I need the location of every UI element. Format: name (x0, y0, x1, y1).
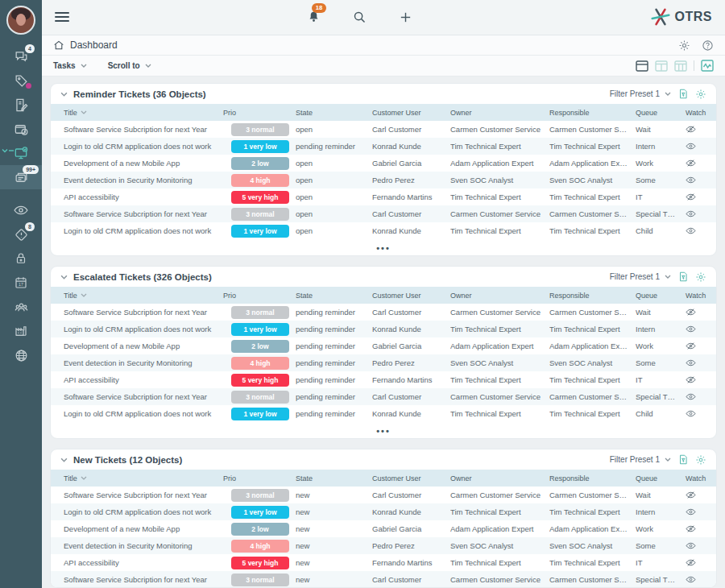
help-icon[interactable] (702, 39, 714, 52)
watch-toggle[interactable] (686, 324, 716, 334)
breadcrumb[interactable]: Dashboard (53, 39, 118, 51)
column-header-queue[interactable]: Queue (636, 292, 686, 300)
widget-settings-icon[interactable] (695, 89, 706, 100)
watch-toggle[interactable] (686, 141, 716, 151)
column-header-title[interactable]: Title (64, 474, 223, 482)
load-more-button[interactable]: ••• (51, 422, 716, 439)
column-header-owner[interactable]: Owner (450, 474, 549, 482)
ticket-title[interactable]: API accessibility (64, 375, 223, 384)
ticket-title[interactable]: Event detection in Security Monitoring (64, 176, 223, 184)
sidebar-item-priorities[interactable]: 8 (0, 222, 42, 246)
column-header-customer-user[interactable]: Customer User (372, 292, 450, 300)
user-avatar[interactable] (6, 6, 35, 35)
column-header-watch[interactable]: Watch (686, 109, 716, 117)
ticket-row[interactable]: Login to old CRM application does not wo… (51, 321, 716, 337)
ticket-row[interactable]: Login to old CRM application does not wo… (51, 222, 716, 239)
column-header-watch[interactable]: Watch (686, 292, 716, 300)
watch-toggle[interactable] (686, 574, 716, 585)
sidebar-item-locked[interactable] (0, 246, 42, 271)
widget-settings-icon[interactable] (695, 271, 706, 283)
ticket-row[interactable]: API accessibility5 very highnewFernando … (51, 554, 716, 571)
sidebar-item-agent-workspace[interactable] (0, 141, 42, 165)
watch-toggle[interactable] (686, 158, 716, 168)
otrs-logo[interactable]: OTRS (650, 6, 712, 27)
widget-collapse-toggle[interactable]: Reminder Tickets (36 Objects) (60, 89, 206, 99)
sidebar-item-customers[interactable] (0, 295, 42, 319)
column-header-prio[interactable]: Prio (223, 474, 296, 482)
column-header-state[interactable]: State (296, 474, 372, 482)
widget-collapse-toggle[interactable]: New Tickets (12 Objects) (60, 455, 182, 465)
sidebar-item-ticket-queues[interactable]: 99+ (0, 165, 42, 189)
column-header-owner[interactable]: Owner (450, 292, 549, 300)
watch-toggle[interactable] (686, 175, 716, 185)
ticket-row[interactable]: Development of a new Mobile App2 lowpend… (51, 337, 716, 354)
column-header-owner[interactable]: Owner (450, 109, 549, 117)
filter-preset-dropdown[interactable]: Filter Preset 1 (610, 272, 671, 281)
watch-toggle[interactable] (686, 358, 716, 368)
ticket-title[interactable]: Login to old CRM application does not wo… (64, 142, 223, 151)
watch-toggle[interactable] (686, 490, 716, 500)
settings-gear-icon[interactable] (678, 39, 690, 52)
widget-collapse-toggle[interactable]: Escalated Tickets (326 Objects) (60, 272, 212, 282)
column-header-prio[interactable]: Prio (223, 292, 296, 300)
column-header-watch[interactable]: Watch (686, 474, 716, 482)
layout-three-columns-icon[interactable] (674, 60, 687, 72)
ticket-row[interactable]: Software Service Subcription for next Ye… (51, 487, 716, 503)
ticket-row[interactable]: Event detection in Security Monitoring4 … (51, 354, 716, 371)
layout-rows-icon[interactable] (636, 60, 648, 72)
ticket-title[interactable]: Event detection in Security Monitoring (64, 541, 223, 550)
watch-toggle[interactable] (686, 557, 716, 568)
watch-toggle[interactable] (686, 540, 716, 551)
ticket-row[interactable]: Software Service Subcription for next Ye… (51, 388, 716, 405)
ticket-title[interactable]: Software Service Subcription for next Ye… (64, 392, 223, 401)
ticket-title[interactable]: Software Service Subcription for next Ye… (64, 575, 223, 584)
column-header-responsible[interactable]: Responsible (549, 474, 636, 482)
sidebar-item-tags[interactable] (0, 68, 42, 93)
ticket-title[interactable]: Software Service Subcription for next Ye… (64, 209, 223, 218)
column-header-queue[interactable]: Queue (636, 474, 686, 482)
column-header-state[interactable]: State (296, 292, 372, 300)
ticket-row[interactable]: Login to old CRM application does not wo… (51, 503, 716, 520)
ticket-title[interactable]: Development of a new Mobile App (64, 524, 223, 533)
ticket-row[interactable]: Event detection in Security Monitoring4 … (51, 537, 716, 554)
filter-document-icon[interactable] (677, 271, 689, 283)
watch-toggle[interactable] (686, 524, 716, 534)
column-header-responsible[interactable]: Responsible (549, 109, 636, 117)
ticket-title[interactable]: Software Service Subcription for next Ye… (64, 491, 223, 499)
tasks-dropdown[interactable]: Tasks (53, 61, 87, 70)
filter-preset-dropdown[interactable]: Filter Preset 1 (610, 455, 671, 464)
search-button[interactable] (353, 10, 367, 24)
ticket-title[interactable]: Software Service Subcription for next Ye… (64, 308, 223, 317)
ticket-row[interactable]: Software Service Subcription for next Ye… (51, 121, 716, 138)
column-header-customer-user[interactable]: Customer User (372, 109, 450, 117)
ticket-title[interactable]: API accessibility (64, 193, 223, 201)
ticket-row[interactable]: Event detection in Security Monitoring4 … (51, 172, 716, 188)
ticket-title[interactable]: Login to old CRM application does not wo… (64, 325, 223, 333)
ticket-row[interactable]: API accessibility5 very highopenFernando… (51, 188, 716, 205)
sidebar-item-watched[interactable] (0, 198, 42, 222)
ticket-row[interactable]: Login to old CRM application does not wo… (51, 405, 716, 422)
watch-toggle[interactable] (686, 209, 716, 219)
ticket-title[interactable]: Development of a new Mobile App (64, 159, 223, 168)
ticket-row[interactable]: API accessibility5 very highpending remi… (51, 371, 716, 388)
column-header-responsible[interactable]: Responsible (549, 292, 636, 300)
watch-toggle[interactable] (686, 307, 716, 317)
ticket-row[interactable]: Software Service Subcription for next Ye… (51, 571, 716, 588)
ticket-title[interactable]: Login to old CRM application does not wo… (64, 226, 223, 235)
menu-icon[interactable] (55, 10, 69, 24)
sidebar-item-chats[interactable]: 4 (0, 44, 42, 68)
column-header-customer-user[interactable]: Customer User (372, 474, 450, 482)
column-header-title[interactable]: Title (64, 109, 223, 117)
filter-preset-dropdown[interactable]: Filter Preset 1 (610, 89, 671, 98)
column-header-title[interactable]: Title (64, 292, 223, 300)
watch-toggle[interactable] (686, 408, 716, 419)
filter-document-icon[interactable] (677, 88, 689, 100)
sidebar-item-organizations[interactable] (0, 319, 42, 343)
load-more-button[interactable]: ••• (51, 239, 716, 256)
ticket-title[interactable]: Event detection in Security Monitoring (64, 358, 223, 367)
notifications-button[interactable]: 18 (307, 10, 321, 24)
watch-toggle[interactable] (686, 375, 716, 385)
sidebar-item-appointments[interactable] (0, 117, 42, 141)
tree-expand-icon[interactable] (2, 148, 14, 153)
sidebar-item-calendar[interactable]: 17 (0, 271, 42, 295)
